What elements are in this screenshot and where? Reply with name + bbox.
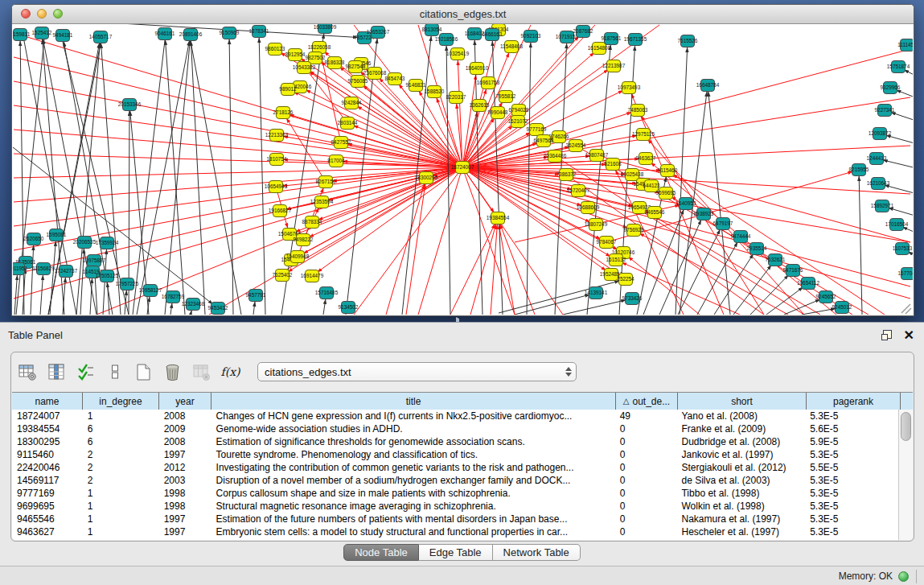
citation-edge-black[interactable]	[40, 275, 43, 315]
table-cell-out-de-[interactable]: 0	[615, 513, 677, 525]
table-cell-title[interactable]: Tourette syndrome. Phenomenology and cla…	[211, 449, 615, 460]
table-cell-name[interactable]: 9699695	[12, 501, 83, 512]
table-cell-year[interactable]: 1997	[159, 449, 211, 460]
table-cell-in-degree[interactable]: 1	[83, 513, 159, 525]
network-window[interactable]: citations_edges.txt 18724007986012389129…	[11, 4, 914, 316]
function-builder-icon[interactable]: f(x)	[220, 362, 240, 382]
citation-edge-black[interactable]	[446, 46, 450, 315]
citation-edge-red[interactable]	[491, 225, 497, 315]
table-cell-short[interactable]: Nakamura et al. (1997)	[676, 513, 805, 525]
table-cell-pagerank[interactable]: 5.3E-5	[805, 410, 899, 422]
table-select-dropdown[interactable]: citations_edges.txt	[257, 362, 577, 381]
table-cell-year[interactable]: 1998	[159, 501, 211, 512]
table-row[interactable]: 969969511998Structural magnetic resonanc…	[12, 500, 899, 513]
table-cell-short[interactable]: Stergiakouli et al. (2012)	[676, 462, 805, 473]
table-cell-in-degree[interactable]: 2	[83, 475, 159, 486]
tab-edge-table[interactable]: Edge Table	[419, 544, 493, 561]
citation-edge-black[interactable]	[902, 227, 913, 236]
table-body[interactable]: 1872400712008Changes of HCN gene express…	[12, 410, 899, 540]
select-check-icon[interactable]	[76, 362, 96, 382]
citation-edge-red[interactable]	[14, 130, 462, 167]
column-header-short[interactable]: short	[678, 393, 807, 410]
zoom-window-icon[interactable]	[53, 9, 63, 19]
table-options-icon[interactable]	[18, 362, 38, 382]
citation-edge-red[interactable]	[14, 81, 462, 167]
table-cell-title[interactable]: Investigating the contribution of common…	[211, 462, 615, 473]
citation-edge-black[interactable]	[886, 135, 913, 146]
citation-edge-black[interactable]	[515, 295, 589, 315]
tab-network-table[interactable]: Network Table	[493, 544, 581, 561]
tab-node-table[interactable]: Node Table	[343, 544, 419, 561]
column-header-out-de-[interactable]: △out_de...	[616, 393, 678, 410]
citation-edge-red[interactable]	[462, 25, 659, 167]
table-cell-out-de-[interactable]: 0	[615, 423, 677, 435]
table-cell-name[interactable]: 9463627	[12, 526, 83, 538]
table-cell-in-degree[interactable]: 1	[83, 501, 159, 512]
citation-network-view[interactable]: 1872400798601238912954182260589827502105…	[13, 24, 913, 315]
table-cell-year[interactable]: 2008	[159, 436, 211, 447]
table-cell-name[interactable]: 9465546	[12, 513, 83, 525]
citation-edge-red[interactable]	[450, 224, 495, 315]
citation-edge-red[interactable]	[645, 211, 820, 315]
citation-edge-black[interactable]	[891, 113, 913, 123]
table-row[interactable]: 911546021997Tourette syndrome. Phenomeno…	[12, 448, 899, 461]
citation-edge-black[interactable]	[170, 303, 172, 315]
table-cell-in-degree[interactable]: 6	[83, 423, 159, 435]
table-cell-name[interactable]: 18724007	[12, 410, 83, 422]
table-cell-year[interactable]: 1997	[159, 513, 211, 525]
table-cell-out-de-[interactable]: 0	[615, 526, 677, 538]
citation-edge-black[interactable]	[708, 92, 730, 315]
citation-edge-black[interactable]	[259, 38, 265, 315]
table-row[interactable]: 1872400712008Changes of HCN gene express…	[12, 410, 899, 422]
table-cell-pagerank[interactable]: 5.3E-5	[805, 501, 899, 512]
table-cell-in-degree[interactable]: 1	[83, 526, 159, 538]
table-cell-short[interactable]: Wolkin et al. (1998)	[676, 501, 805, 512]
table-cell-short[interactable]: Yano et al. (2008)	[676, 410, 805, 422]
citation-edge-red[interactable]	[317, 167, 462, 272]
column-header-title[interactable]: title	[211, 393, 616, 410]
table-cell-pagerank[interactable]: 5.9E-5	[805, 436, 899, 447]
table-cell-in-degree[interactable]: 6	[83, 436, 159, 447]
table-cell-short[interactable]: Tibbo et al. (1998)	[676, 488, 805, 499]
citation-edge-black[interactable]	[889, 208, 913, 218]
table-cell-in-degree[interactable]: 1	[83, 488, 159, 499]
table-row[interactable]: 2242004622012Investigating the contribut…	[12, 461, 899, 474]
citation-edge-red[interactable]	[386, 184, 425, 315]
window-titlebar[interactable]: citations_edges.txt	[12, 5, 914, 24]
table-cell-title[interactable]: Disruption of a novel member of a sodium…	[211, 475, 615, 486]
table-cell-out-de-[interactable]: 0	[615, 436, 677, 447]
table-cell-out-de-[interactable]: 0	[615, 462, 677, 473]
column-header-in-degree[interactable]: in_degree	[83, 393, 159, 410]
table-cell-year[interactable]: 2012	[159, 462, 211, 473]
float-panel-icon[interactable]	[881, 330, 892, 340]
table-cell-out-de-[interactable]: 0	[615, 501, 677, 512]
table-row[interactable]: 946554611997Estimation of the future num…	[12, 513, 899, 525]
table-cell-pagerank[interactable]: 5.3E-5	[805, 526, 899, 538]
citation-edge-black[interactable]	[229, 39, 233, 315]
column-header-year[interactable]: year	[159, 393, 211, 410]
citation-edge-black[interactable]	[253, 302, 255, 315]
table-cell-name[interactable]: 9777169	[12, 488, 83, 499]
table-cell-out-de-[interactable]: 0	[615, 475, 677, 486]
table-row[interactable]: 977716911998Corpus callosum shape and si…	[12, 487, 899, 500]
table-row[interactable]: 1938455462009Genome-wide association stu…	[12, 422, 899, 435]
show-columns-icon[interactable]	[47, 362, 67, 382]
table-cell-title[interactable]: Embryonic stem cells: a model to study s…	[211, 526, 615, 538]
network-canvas[interactable]: 1872400798601238912954182260589827502105…	[13, 24, 913, 315]
table-cell-name[interactable]: 14569117	[12, 475, 83, 486]
table-cell-pagerank[interactable]: 5.3E-5	[805, 449, 899, 460]
table-cell-pagerank[interactable]: 5.3E-5	[805, 475, 899, 486]
table-cell-year[interactable]: 2003	[159, 475, 211, 486]
table-cell-name[interactable]: 18300295	[12, 436, 83, 447]
new-document-icon[interactable]	[133, 362, 154, 382]
column-header-name[interactable]: name	[12, 393, 83, 410]
citation-edge-black[interactable]	[133, 40, 165, 315]
table-cell-short[interactable]: Dudbridge et al. (2008)	[676, 436, 805, 447]
table-cell-in-degree[interactable]: 2	[83, 462, 159, 473]
table-cell-name[interactable]: 19384554	[12, 423, 83, 435]
citation-edge-black[interactable]	[563, 300, 626, 315]
table-row[interactable]: 1456911722003Disruption of a novel membe…	[12, 474, 899, 487]
citation-edge-black[interactable]	[31, 245, 34, 315]
table-cell-in-degree[interactable]: 1	[83, 410, 159, 422]
pane-splitter-handle[interactable]	[456, 317, 467, 321]
